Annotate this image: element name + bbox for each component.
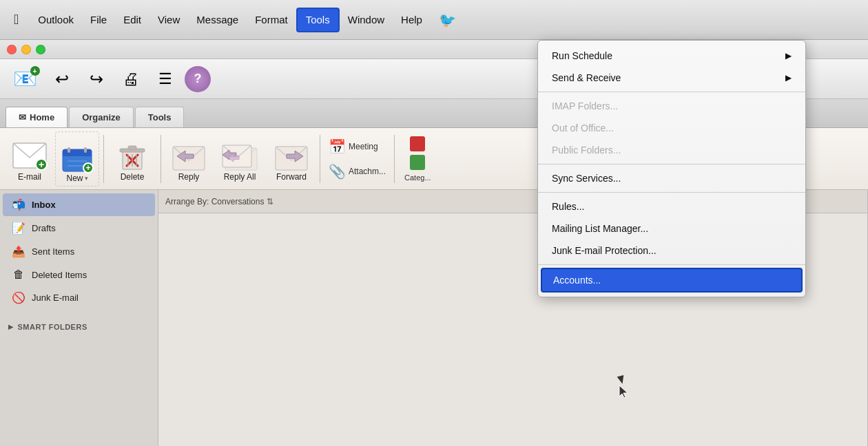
sidebar-item-deleted[interactable]: 🗑 Deleted Items [3,264,155,286]
menu-item-junk-protection[interactable]: Junk E-mail Protection... [538,240,805,262]
menu-sep-2 [538,164,805,164]
sidebar-item-drafts[interactable]: 📝 Drafts [3,217,155,240]
menu-bar:  Outlook File Edit View Message Format … [0,0,868,40]
ribbon-sep-1 [103,135,104,183]
sidebar-item-junk[interactable]: 🚫 Junk E-mail [3,286,155,309]
delete-ribbon-button[interactable]: Delete [108,131,156,187]
accounts-label: Accounts... [553,275,601,286]
sidebar-item-sent[interactable]: 📤 Sent Items [3,240,155,263]
redo-button[interactable]: ↪ [81,64,112,94]
forward-ribbon-button[interactable]: Forward [267,131,316,187]
meeting-row[interactable]: 📅 Meeting [329,138,386,155]
new-ribbon-icon: + [61,145,94,173]
menu-sep-3 [538,192,805,193]
menu-item-out-of-office: Out of Office... [538,117,805,139]
file-menu-item[interactable]: File [82,8,115,32]
reply-ribbon-button[interactable]: Reply [165,131,212,187]
tools-dropdown-menu: Run Schedule ▶ Send & Receive ▶ IMAP Fol… [537,40,806,297]
public-folders-label: Public Folders... [552,145,621,156]
smart-folders-label: SMART FOLDERS [18,323,87,331]
apple-menu-item[interactable]:  [6,8,27,32]
categories-area[interactable]: Categ... [399,136,437,182]
ribbon-sep-3 [320,135,320,183]
rules-label: Rules... [552,201,584,212]
sent-icon: 📤 [11,245,26,258]
sparrow-menu-item[interactable]: 🐦 [431,8,464,32]
menu-sep-4 [538,264,805,265]
deleted-label: Deleted Items [32,270,87,280]
menu-item-mailing-list[interactable]: Mailing List Manager... [538,217,805,240]
arrange-sort-icon: ⇅ [267,197,273,206]
new-email-icon: 📧 + [13,67,37,90]
tab-organize[interactable]: Organize [69,107,134,127]
sync-services-label: Sync Services... [552,173,621,184]
tab-tools-label: Tools [148,112,172,123]
reply-all-ribbon-button[interactable]: Reply All [215,131,265,187]
print-button[interactable]: 🖨 [116,64,146,94]
attachment-row[interactable]: 📎 Attachm... [329,163,386,180]
menu-item-send-receive[interactable]: Send & Receive ▶ [538,67,805,89]
send-receive-label: Send & Receive [552,72,621,83]
sidebar-item-inbox[interactable]: 📬 Inbox [3,193,155,216]
tab-tools[interactable]: Tools [135,107,185,127]
inbox-label: Inbox [32,200,56,210]
ribbon-sep-2 [161,135,161,183]
attach-icon: 📎 [329,163,346,180]
inbox-icon: 📬 [11,198,26,211]
send-receive-arrow: ▶ [785,73,792,83]
meeting-icon: 📅 [329,138,346,155]
delete-ribbon-label: Delete [121,172,145,182]
tools-menu-item[interactable]: Tools [296,8,340,32]
outlook-menu-item[interactable]: Outlook [30,8,82,32]
menu-item-accounts[interactable]: Accounts... [541,268,803,293]
smart-folders-section[interactable]: ▶ SMART FOLDERS [0,317,158,334]
menu-item-run-schedule[interactable]: Run Schedule ▶ [538,45,805,67]
undo-button[interactable]: ↩ [47,64,77,94]
reply-ribbon-label: Reply [178,172,200,182]
meeting-attach-group: 📅 Meeting 📎 Attachm... [324,138,390,180]
tab-home-label: Home [30,112,54,123]
drafts-label: Drafts [32,223,56,233]
close-button[interactable] [7,45,17,54]
run-schedule-label: Run Schedule [552,50,612,61]
reply-all-ribbon-icon [220,142,259,172]
menu-item-public-folders: Public Folders... [538,139,805,161]
imap-folders-label: IMAP Folders... [552,100,618,111]
smart-folders-arrow: ▶ [8,323,14,330]
maximize-button[interactable] [36,45,45,54]
attach-label: Attachm... [349,167,386,176]
junk-icon: 🚫 [11,291,26,304]
sidebar: 📬 Inbox 📝 Drafts 📤 Sent Items 🗑 Deleted … [0,190,158,446]
svg-rect-3 [63,154,92,156]
new-email-button[interactable]: 📧 + [7,64,43,94]
tab-home[interactable]: ✉ Home [6,107,68,127]
help-icon: ? [194,72,202,86]
forward-ribbon-label: Forward [276,172,307,182]
help-menu-item[interactable]: Help [393,8,431,32]
menu-item-sync-services[interactable]: Sync Services... [538,167,805,189]
email-ribbon-button[interactable]: + E-mail [7,131,52,187]
window-menu-item[interactable]: Window [340,8,393,32]
ribbon-sep-4 [394,135,395,183]
drafts-icon: 📝 [11,222,26,235]
view-menu-item[interactable]: View [149,8,188,32]
reply-all-ribbon-label: Reply All [224,172,256,182]
menu-item-imap-folders: IMAP Folders... [538,95,805,117]
view-switcher-button[interactable]: ☰ [150,64,180,94]
new-ribbon-button[interactable]: + New ▾ [55,131,99,187]
new-dropdown-arrow: ▾ [85,175,88,182]
undo-icon: ↩ [55,70,69,89]
minimize-button[interactable] [21,45,31,54]
menu-item-rules[interactable]: Rules... [538,195,805,217]
new-ribbon-label: New [66,173,83,183]
help-button[interactable]: ? [185,66,211,92]
meeting-label: Meeting [349,142,378,151]
junk-protection-label: Junk E-mail Protection... [552,245,657,256]
edit-menu-item[interactable]: Edit [115,8,149,32]
message-menu-item[interactable]: Message [188,8,247,32]
format-menu-item[interactable]: Format [247,8,296,32]
tab-organize-label: Organize [82,112,121,123]
traffic-lights [7,45,45,54]
categ-red-square [410,136,425,151]
email-ribbon-icon: + [12,140,48,171]
